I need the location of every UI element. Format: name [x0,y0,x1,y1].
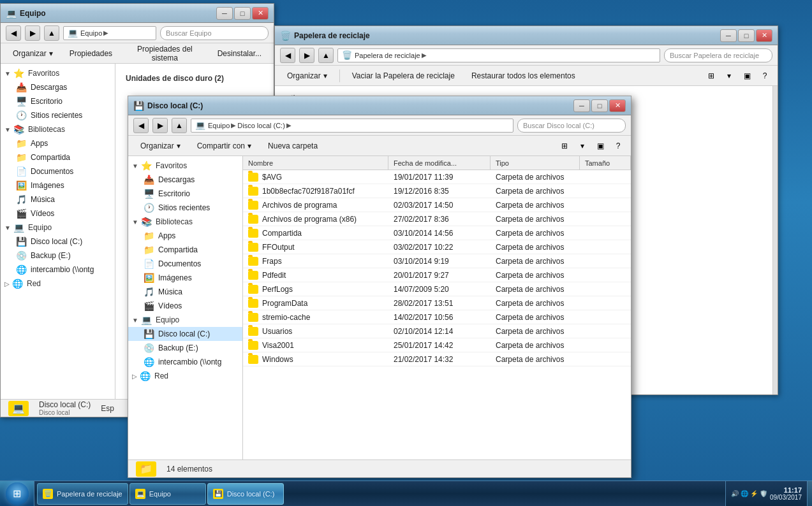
diskc-close[interactable]: ✕ [609,99,626,112]
diskc-organize[interactable]: Organizar ▾ [133,138,188,154]
view-mode-button[interactable]: ⊞ [704,68,719,83]
diskc-nav-descargas[interactable]: 📥 Descargas [128,173,242,187]
scrollbar-papelera[interactable] [772,86,778,394]
uninstall-button[interactable]: Desinstalar... [210,45,269,62]
nav-compartida[interactable]: 📁 Compartida [1,150,115,164]
papelera-search[interactable]: Buscar Papelera de reciclaje [664,48,772,62]
nav-intercambio[interactable]: 🌐 intercambio (\\ontg [1,263,115,277]
diskc-nav-sitios-recientes[interactable]: 🕐 Sitios recientes [128,201,242,215]
file-row[interactable]: FFOutput 03/02/2017 10:22 Carpeta de arc… [243,240,631,254]
minimize-button[interactable]: ─ [216,7,233,20]
diskc-nav-disco-c[interactable]: 💾 Disco local (C:) [128,327,242,341]
nav-disco-c[interactable]: 💾 Disco local (C:) [1,235,115,249]
diskc-minimize[interactable]: ─ [573,99,590,112]
col-header-size[interactable]: Tamaño [580,156,631,170]
diskc-maximize[interactable]: □ [591,99,608,112]
papelera-up[interactable]: ▲ [318,48,334,63]
diskc-nav-escritorio[interactable]: 🖥️ Escritorio [128,187,242,201]
diskc-nav-imagenes[interactable]: 🖼️ Imágenes [128,271,242,285]
diskc-equipo-header[interactable]: ▼ 💻 Equipo [128,313,242,327]
file-row[interactable]: Archivos de programa 02/03/2017 14:50 Ca… [243,198,631,212]
taskbar-item-equipo[interactable]: 💻 Equipo [129,483,206,505]
diskc-nav-compartida[interactable]: 📁 Compartida [128,243,242,257]
diskc-new-folder[interactable]: Nueva carpeta [261,138,325,154]
file-row[interactable]: Fraps 03/10/2014 9:19 Carpeta de archivo… [243,254,631,268]
diskc-nav-backup[interactable]: 💿 Backup (E:) [128,341,242,355]
organize-button[interactable]: Organizar ▾ [6,45,60,62]
nav-videos[interactable]: 🎬 Vídeos [1,206,115,220]
file-row[interactable]: Windows 21/02/2017 14:32 Carpeta de arch… [243,352,631,366]
tray-icon-4[interactable]: 🛡️ [760,490,767,497]
papelera-path[interactable]: 🗑️ Papelera de reciclaje ▶ [337,48,660,62]
diskc-view-mode[interactable]: ⊞ [557,138,572,154]
papelera-maximize[interactable]: □ [738,29,755,42]
file-row[interactable]: stremio-cache 14/02/2017 10:56 Carpeta d… [243,310,631,324]
tray-icon-2[interactable]: 🌐 [741,490,748,497]
forward-button[interactable]: ▶ [25,25,40,41]
papelera-forward[interactable]: ▶ [299,48,314,63]
papelera-organize[interactable]: Organizar ▾ [280,68,334,84]
col-header-date[interactable]: Fecha de modifica... [388,156,491,170]
tray-icon-1[interactable]: 🔊 [731,490,739,497]
pane-toggle[interactable]: ▣ [739,68,755,83]
red-header[interactable]: ▷ 🌐 Red [1,277,115,291]
file-row[interactable]: PerfLogs 14/07/2009 5:20 Carpeta de arch… [243,282,631,296]
view-toggle[interactable]: ▾ [721,68,737,83]
col-header-type[interactable]: Tipo [491,156,580,170]
show-desktop-button[interactable] [807,481,812,507]
file-row[interactable]: Usuarios 02/10/2014 12:14 Carpeta de arc… [243,324,631,338]
file-row[interactable]: $AVG 19/01/2017 11:39 Carpeta de archivo… [243,170,631,184]
nav-imagenes[interactable]: 🖼️ Imágenes [1,178,115,192]
tray-icon-3[interactable]: ⚡ [750,490,758,497]
diskc-nav-documentos[interactable]: 📄 Documentos [128,257,242,271]
start-orb[interactable] [6,482,29,505]
file-row[interactable]: ProgramData 28/02/2017 13:51 Carpeta de … [243,296,631,310]
nav-apps[interactable]: 📁 Apps [1,136,115,150]
nav-descargas[interactable]: 📥 Descargas [1,80,115,94]
diskc-libraries-header[interactable]: ▼ 📚 Bibliotecas [128,215,242,229]
papelera-back[interactable]: ◀ [280,48,295,63]
file-row[interactable]: Compartida 03/10/2014 14:56 Carpeta de a… [243,226,631,240]
equipo-nav-header[interactable]: ▼ 💻 Equipo [1,220,115,235]
diskc-help[interactable]: ? [610,138,626,154]
diskc-view-toggle[interactable]: ▾ [575,138,590,154]
col-header-name[interactable]: Nombre [243,156,388,170]
diskc-nav-musica[interactable]: 🎵 Música [128,285,242,299]
favorites-header[interactable]: ▼ ⭐ Favoritos [1,66,115,80]
close-button[interactable]: ✕ [252,7,269,20]
diskc-share[interactable]: Compartir con ▾ [190,138,258,154]
libraries-header[interactable]: ▼ 📚 Bibliotecas [1,122,115,136]
nav-escritorio[interactable]: 🖥️ Escritorio [1,94,115,108]
taskbar-item-papelera[interactable]: 🗑️ Papelera de reciclaje [37,483,128,505]
diskc-nav-apps[interactable]: 📁 Apps [128,229,242,243]
diskc-path[interactable]: 💻 Equipo ▶ Disco local (C:) ▶ [191,119,513,133]
nav-musica[interactable]: 🎵 Música [1,192,115,206]
diskc-nav-intercambio[interactable]: 🌐 intercambio (\\ontg [128,355,242,369]
clock[interactable]: 11:17 09/03/2017 [770,486,802,501]
back-button[interactable]: ◀ [6,25,21,41]
papelera-close[interactable]: ✕ [756,29,772,42]
maximize-button[interactable]: □ [234,7,251,20]
start-button[interactable] [0,481,34,507]
file-row[interactable]: Pdfedit 20/01/2017 9:27 Carpeta de archi… [243,268,631,282]
diskc-search[interactable]: Buscar Disco local (C:) [517,119,626,133]
diskc-forward[interactable]: ▶ [152,118,168,133]
papelera-minimize[interactable]: ─ [720,29,737,42]
file-row[interactable]: 1b0b8ecfac702f9187a01fcf 19/12/2016 8:35… [243,184,631,198]
diskc-nav-videos[interactable]: 🎬 Vídeos [128,299,242,313]
diskc-pane-toggle[interactable]: ▣ [593,138,608,154]
restore-all-button[interactable]: Restaurar todos los elementos [464,68,582,84]
nav-backup-e[interactable]: 💿 Backup (E:) [1,249,115,263]
properties-button[interactable]: Propiedades [63,45,119,62]
diskc-red-header[interactable]: ▷ 🌐 Red [128,369,242,383]
search-input[interactable]: Buscar Equipo [160,26,269,40]
diskc-back[interactable]: ◀ [133,118,149,133]
help-button[interactable]: ? [757,68,772,83]
up-button[interactable]: ▲ [44,25,59,41]
nav-documentos[interactable]: 📄 Documentos [1,164,115,178]
file-row[interactable]: Archivos de programa (x86) 27/02/2017 8:… [243,212,631,226]
address-path[interactable]: 💻 Equipo ▶ [63,26,156,40]
diskc-up[interactable]: ▲ [172,118,187,133]
empty-recycle-bin[interactable]: Vaciar la Papelera de reciclaje [345,68,462,84]
taskbar-item-diskc[interactable]: 💾 Disco local (C:) [207,483,284,505]
